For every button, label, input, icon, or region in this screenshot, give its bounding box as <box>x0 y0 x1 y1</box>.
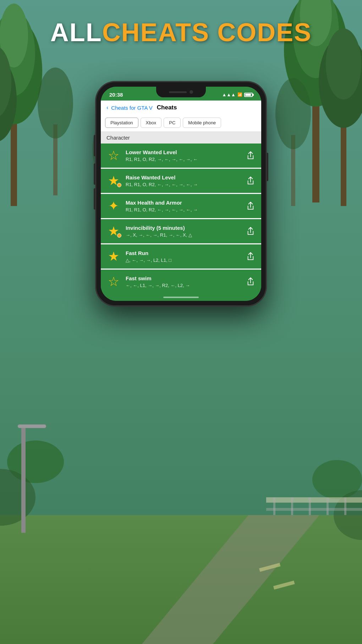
battery-icon <box>244 93 253 97</box>
phone-screen: 20:38 ▲▲▲ 📶 ‹ Cheats for GTA V Cheats P <box>101 87 261 301</box>
svg-rect-34 <box>309 497 311 515</box>
star-fast-run[interactable]: ★ <box>106 249 121 264</box>
title-all: ALL <box>50 18 102 47</box>
phone-mockup: 20:38 ▲▲▲ 📶 ‹ Cheats for GTA V Cheats P <box>96 82 266 306</box>
share-icon <box>247 227 254 236</box>
star-icon[interactable]: ☆ <box>108 149 119 162</box>
star-icon-filled3[interactable]: ★ <box>108 250 119 263</box>
star-lower-wanted[interactable]: ☆ <box>106 148 121 163</box>
star-icon-outline2[interactable]: ☆ <box>108 275 119 288</box>
camera <box>190 90 193 94</box>
tabs-container: Playstation Xbox PC Mobile phone <box>101 115 261 132</box>
cheat-name-fast-run: Fast Run <box>126 250 241 256</box>
share-icon <box>247 201 254 211</box>
cheat-code-fast-run: △, ←, →, →, L2, L1, □ <box>126 258 241 263</box>
cheat-item-invincibility[interactable]: ★ Invincibility (5 minutes) →, X, →, ←, … <box>101 219 261 244</box>
cheat-code-lower-wanted: R1, R1, O, R2, →, ←, →, ←, →, ← <box>126 157 241 162</box>
cheat-info-lower-wanted: Lower Wanted Level R1, R1, O, R2, →, ←, … <box>126 149 241 162</box>
page-title-area: ALL CHEATS CODES <box>0 18 362 47</box>
share-button-invincibility[interactable] <box>245 225 256 238</box>
share-button-fast-swim[interactable] <box>245 275 256 288</box>
tab-xbox[interactable]: Xbox <box>141 118 162 128</box>
star-raise-wanted[interactable]: ★ <box>106 173 121 189</box>
star-invincibility[interactable]: ★ <box>106 223 121 239</box>
cheat-info-fast-run: Fast Run △, ←, →, →, L2, L1, □ <box>126 250 241 263</box>
star-dot <box>117 183 121 187</box>
cheat-info-max-health: Max Health and Armor R1, R1, O, R2, ←, →… <box>126 200 241 212</box>
home-indicator <box>101 294 261 301</box>
wifi-icon: ▲▲▲ <box>222 92 236 97</box>
share-button-fast-run[interactable] <box>245 250 256 263</box>
share-icon <box>247 252 254 261</box>
share-button-raise-wanted[interactable] <box>245 174 256 187</box>
star-icon-half[interactable]: ✦ <box>108 200 119 212</box>
cheat-code-max-health: R1, R1, O, R2, ←, →, ←, →, ←, → <box>126 207 241 212</box>
cheat-name-lower-wanted: Lower Wanted Level <box>126 149 241 155</box>
svg-rect-35 <box>327 497 329 515</box>
star-max-health[interactable]: ✦ Favourites <box>106 198 121 214</box>
cheat-code-invincibility: →, X, →, ←, →, R1, →, ←, X, △ <box>126 232 241 238</box>
tab-playstation[interactable]: Playstation <box>105 118 138 128</box>
navigation-bar: ‹ Cheats for GTA V Cheats <box>101 101 261 115</box>
cheat-info-raise-wanted: Raise Wanted Level R1, R1, O, R2, ←, →, … <box>126 174 241 187</box>
cheat-item-fast-run[interactable]: ★ Fast Run △, ←, →, →, L2, L1, □ <box>101 244 261 270</box>
signal-icon: 📶 <box>237 92 242 97</box>
back-arrow[interactable]: ‹ <box>106 104 108 111</box>
share-icon <box>247 277 254 286</box>
home-bar <box>163 297 199 298</box>
share-icon <box>247 151 254 160</box>
battery-fill <box>245 94 251 96</box>
tab-mobile[interactable]: Mobile phone <box>183 118 221 128</box>
cheat-item-max-health[interactable]: ✦ Favourites Max Health and Armor R1, R1… <box>101 194 261 219</box>
cheat-list: ☆ Lower Wanted Level R1, R1, O, R2, →, ←… <box>101 144 261 294</box>
cheat-item-fast-swim[interactable]: ☆ Fast swim ←, ←, L1, →, →, R2, ←, L2, → <box>101 270 261 294</box>
star-dot2 <box>117 233 121 238</box>
cheat-item-lower-wanted[interactable]: ☆ Lower Wanted Level R1, R1, O, R2, →, ←… <box>101 144 261 169</box>
cheat-name-invincibility: Invincibility (5 minutes) <box>126 225 241 231</box>
cheat-name-max-health: Max Health and Armor <box>126 200 241 206</box>
cheat-info-invincibility: Invincibility (5 minutes) →, X, →, ←, →,… <box>126 225 241 238</box>
section-header: Character <box>101 132 261 144</box>
nav-current-title: Cheats <box>157 104 177 111</box>
nav-back-label[interactable]: Cheats for GTA V <box>111 105 152 111</box>
star-fast-swim[interactable]: ☆ <box>106 274 121 289</box>
svg-rect-30 <box>266 497 362 503</box>
cheat-name-raise-wanted: Raise Wanted Level <box>126 174 241 180</box>
svg-rect-31 <box>266 508 362 511</box>
status-time: 20:38 <box>109 92 123 98</box>
cheat-item-raise-wanted[interactable]: ★ Raise Wanted Level R1, R1, O, R2, ←, →… <box>101 169 261 194</box>
status-icons: ▲▲▲ 📶 <box>222 92 253 97</box>
svg-rect-32 <box>273 497 275 515</box>
share-button-lower-wanted[interactable]: Share <box>245 149 256 162</box>
share-icon <box>247 176 254 185</box>
speaker <box>169 91 187 93</box>
svg-rect-36 <box>344 497 346 515</box>
svg-rect-37 <box>21 426 26 533</box>
cheat-code-fast-swim: ←, ←, L1, →, →, R2, ←, L2, → <box>126 283 241 288</box>
cheat-name-fast-swim: Fast swim <box>126 275 241 281</box>
svg-rect-38 <box>18 424 46 428</box>
svg-rect-33 <box>291 497 293 515</box>
phone-body: 20:38 ▲▲▲ 📶 ‹ Cheats for GTA V Cheats P <box>96 82 266 306</box>
share-button-max-health[interactable] <box>245 200 256 212</box>
tab-pc[interactable]: PC <box>164 118 181 128</box>
svg-point-20 <box>38 67 73 139</box>
title-cheats: CHEATS CODES <box>102 18 312 47</box>
svg-point-22 <box>275 78 311 149</box>
cheat-code-raise-wanted: R1, R1, O, R2, ←, →, ←, →, ←, → <box>126 182 241 187</box>
phone-notch <box>156 87 206 97</box>
cheat-info-fast-swim: Fast swim ←, ←, L1, →, →, R2, ←, L2, → <box>126 275 241 288</box>
